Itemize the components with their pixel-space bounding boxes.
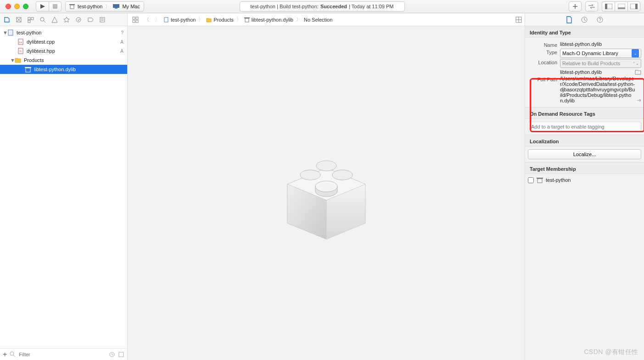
scm-filter-icon[interactable] (118, 351, 124, 358)
location-select[interactable]: Relative to Build Products ⌃⌄ (560, 59, 641, 68)
svg-rect-25 (244, 17, 250, 18)
svg-rect-13 (28, 17, 30, 20)
project-navigator: ▼ test-python ? c+ dylibtest.cpp A h dyl… (0, 26, 128, 360)
svg-point-16 (40, 17, 44, 21)
tree-file-row[interactable]: c+ dylibtest.cpp A (0, 37, 127, 46)
adjust-editor-icon[interactable] (515, 17, 522, 23)
close-window-icon[interactable] (6, 4, 11, 9)
panel-bottom-icon (618, 4, 625, 9)
test-navigator-icon[interactable] (63, 17, 72, 23)
history-inspector-tab-icon[interactable] (581, 16, 588, 23)
filter-icon[interactable] (10, 351, 16, 358)
disclosure-triangle-icon[interactable]: ▼ (10, 57, 15, 63)
go-back-button[interactable]: 〈 (142, 16, 151, 23)
file-inspector-tab-icon[interactable] (566, 16, 572, 23)
arrows-swap-icon (588, 4, 595, 9)
zoom-window-icon[interactable] (23, 4, 28, 9)
panel-left-icon (605, 4, 612, 9)
minimize-window-icon[interactable] (14, 4, 20, 9)
svg-rect-45 (537, 178, 543, 179)
plus-icon (572, 4, 578, 9)
stop-icon (53, 4, 57, 9)
svg-rect-3 (69, 4, 75, 5)
source-control-navigator-icon[interactable] (16, 17, 24, 23)
project-navigator-icon[interactable] (4, 17, 12, 23)
toggle-debug-button[interactable] (615, 1, 627, 11)
add-button[interactable]: + (3, 350, 7, 359)
breakpoint-navigator-icon[interactable] (87, 17, 95, 23)
svg-rect-39 (119, 352, 123, 357)
find-navigator-icon[interactable] (39, 17, 48, 23)
svg-rect-4 (113, 4, 119, 8)
watermark-text: CSDN @有钳任性 (584, 348, 638, 356)
svg-rect-44 (538, 179, 542, 183)
location-file: libtest-python.dylib (560, 69, 635, 75)
scm-status-badge: ? (121, 30, 123, 35)
toggle-inspector-button[interactable] (627, 1, 640, 11)
breadcrumb-item[interactable]: No Selection (304, 17, 332, 22)
tree-product-row[interactable]: libtest-python.dylib (0, 65, 127, 74)
svg-rect-35 (26, 68, 30, 72)
tree-item-label: libtest-python.dylib (34, 67, 76, 72)
tree-item-label: Products (24, 57, 44, 63)
breadcrumb-item[interactable]: test-python (171, 17, 196, 22)
folder-picker-icon[interactable] (635, 69, 641, 75)
svg-rect-9 (618, 7, 625, 9)
breadcrumb[interactable]: test-python 〉 Products 〉 libtest-python.… (163, 16, 332, 23)
svg-rect-24 (245, 18, 249, 22)
help-inspector-tab-icon[interactable]: ? (596, 16, 604, 23)
target-membership-section-header: Target Membership (525, 162, 644, 174)
target-name: test-python (546, 177, 571, 183)
play-icon (40, 4, 45, 9)
scm-status-badge: A (120, 39, 123, 45)
go-forward-button[interactable]: 〉 (153, 16, 162, 23)
scheme-destination: My Mac (122, 4, 140, 9)
file-tree[interactable]: ▼ test-python ? c+ dylibtest.cpp A h dyl… (0, 26, 127, 348)
library-button[interactable] (569, 1, 582, 11)
svg-rect-1 (53, 4, 57, 9)
chevron-right-icon: 〉 (296, 16, 301, 23)
report-navigator-icon[interactable] (99, 17, 107, 23)
symbol-navigator-icon[interactable] (28, 17, 36, 23)
activity-prefix: test-python | Build test-python: (251, 4, 319, 9)
svg-marker-0 (40, 4, 45, 9)
building-icon (537, 177, 543, 183)
run-button[interactable] (36, 1, 49, 11)
bundle-lego-icon (274, 141, 379, 246)
disclosure-triangle-icon[interactable]: ▼ (3, 30, 7, 35)
svg-rect-11 (635, 4, 638, 9)
svg-rect-7 (605, 4, 607, 9)
code-review-button[interactable] (585, 1, 598, 11)
related-items-icon[interactable] (130, 17, 140, 23)
chevron-updown-icon: ⌄ (632, 49, 639, 57)
breadcrumb-item[interactable]: Products (213, 17, 233, 22)
filter-input[interactable] (19, 352, 106, 357)
type-select[interactable]: Mach-O Dynamic Library ⌄ (560, 49, 641, 58)
file-icon (163, 17, 169, 22)
target-checkbox[interactable] (528, 177, 534, 183)
type-select-value: Mach-O Dynamic Library (562, 51, 618, 56)
recent-filter-icon[interactable] (109, 351, 115, 358)
localization-section-header: Localization (525, 135, 644, 146)
navigator-filter-bar: + (0, 348, 127, 360)
tree-item-label: test-python (17, 30, 41, 35)
localize-button[interactable]: Localize... (528, 149, 641, 159)
svg-rect-36 (25, 67, 31, 68)
svg-point-42 (316, 161, 336, 171)
svg-point-37 (10, 352, 14, 355)
chevron-right-icon: 〉 (236, 16, 241, 23)
tree-folder-row[interactable]: ▼ Products (0, 56, 127, 65)
breadcrumb-item[interactable]: libtest-python.dylib (252, 17, 293, 22)
toggle-navigator-button[interactable] (602, 1, 615, 11)
scheme-selector[interactable]: test-python 〉 My Mac (65, 1, 144, 11)
tree-project-row[interactable]: ▼ test-python ? (0, 28, 127, 37)
stop-button[interactable] (49, 1, 62, 11)
svg-point-17 (76, 17, 81, 22)
tree-file-row[interactable]: h dylibtest.hpp A (0, 46, 127, 56)
debug-navigator-icon[interactable] (75, 17, 84, 23)
issue-navigator-icon[interactable] (51, 17, 60, 23)
scheme-project: test-python (78, 4, 102, 9)
activity-viewer[interactable]: test-python | Build test-python: Succeed… (240, 1, 405, 11)
chevron-right-icon: 〉 (105, 3, 110, 10)
editor-area (128, 26, 525, 360)
